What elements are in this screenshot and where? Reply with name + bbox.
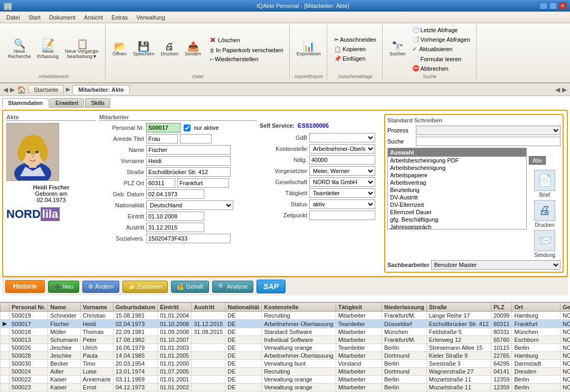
einfuegen-btn[interactable]: 📌Einfügen (331, 54, 379, 63)
neu-button[interactable]: ➕ Neu (48, 281, 79, 293)
menu-ansicht[interactable]: Ansicht (80, 13, 107, 22)
papierkorb-btn[interactable]: 🗑In Papierkorb verschieben (207, 46, 286, 54)
kopieren-btn[interactable]: 📋Kopieren (331, 45, 379, 54)
letzte-abfrage-btn[interactable]: 🕐Letzte Abfrage (410, 25, 473, 34)
oeffnen-btn[interactable]: 📂 Öffnen (110, 40, 129, 58)
plz-input[interactable] (146, 178, 175, 188)
status-select[interactable]: aktiv (309, 199, 375, 209)
kostenstelle-select[interactable]: Arbeitnehmer-Überlassung (309, 144, 375, 154)
nav-back[interactable]: ◀ (3, 86, 8, 93)
tab-skills[interactable]: Skills (85, 98, 110, 108)
drucken-icon-btn[interactable]: 🖨 Drucken (529, 200, 560, 228)
suche-input[interactable] (416, 137, 560, 146)
col-plz[interactable]: PLZ (491, 303, 512, 312)
col-nationalitaet[interactable]: Nationalität (225, 303, 262, 312)
table-row[interactable]: 500018MöllerThomas22.09.198101.09.200831… (1, 328, 571, 336)
auswahl-list[interactable]: Auswahl Arbeitsbescheinigung PDF Arbeits… (387, 148, 527, 230)
ort-input[interactable] (177, 178, 229, 188)
wiederherstellen-btn[interactable]: ↩Wiederherstellen (207, 55, 286, 63)
brief-btn[interactable]: 📄 Brief (529, 170, 560, 198)
taetigkeit-select[interactable]: Teamleiter (309, 188, 375, 198)
col-eintritt[interactable]: Eintritt (158, 303, 192, 312)
formular-leeren-btn[interactable]: 📄Formular leeren (410, 54, 473, 63)
nav-next-icon[interactable]: ▶ (562, 86, 567, 93)
alle-button[interactable]: Alle (529, 156, 546, 165)
aktualisieren-btn[interactable]: ✓Aktualisieren (410, 44, 473, 54)
zuordnen-button[interactable]: 📁 Zuordnen (122, 281, 168, 293)
col-personal-nr[interactable]: Personal Nr. (10, 303, 48, 312)
vorname-input[interactable] (146, 156, 231, 166)
gdb-select[interactable] (309, 133, 375, 142)
personal-nr-input[interactable] (146, 123, 180, 132)
nationalitaet-select[interactable]: Deutschland (146, 200, 233, 210)
senden-btn[interactable]: 📤 Senden (182, 40, 204, 58)
restore-btn[interactable]: □ (549, 2, 557, 9)
nav-mitarbeiter-akte[interactable]: Mitarbeiter: Akte (72, 85, 129, 94)
analyse-button[interactable]: 🔍 Analyse (212, 281, 253, 293)
table-row[interactable]: 500013SchumannPeter17.08.198201.10.2007D… (1, 336, 571, 344)
table-row[interactable]: 500023KaiserErnst04.12.197301.01.2002DEV… (1, 384, 571, 391)
exportieren-btn[interactable]: 📊 Exportieren (294, 40, 324, 58)
austritt-input[interactable] (146, 223, 204, 232)
historie-button[interactable]: Historie (5, 280, 45, 293)
col-ort[interactable]: Ort (512, 303, 560, 312)
vorgesetzter-select[interactable]: Meier, Werner (309, 166, 375, 176)
suchen-btn[interactable]: 🔭 Suchen (387, 40, 408, 58)
strasse-input[interactable] (146, 167, 231, 177)
col-gesellschaft[interactable]: Gesellschaft (560, 303, 570, 312)
neue-vorgangsbearbeitung-btn[interactable]: 📋 Neue Vorgangs-bearbeitung▼ (62, 37, 102, 61)
table-row[interactable]: 500026JeschkeUlrich16.06.197901.01.2003D… (1, 344, 571, 352)
menu-start[interactable]: Start (24, 13, 45, 22)
eintritt-input[interactable] (146, 212, 204, 221)
auswahl-item-8[interactable]: gfg. Beschäftigung (388, 216, 526, 223)
nav-startseite[interactable]: Startseite (28, 85, 64, 94)
menu-datei[interactable]: Datei (2, 13, 24, 22)
col-niederlassung[interactable]: Niederlassung (382, 303, 426, 312)
menu-dokument[interactable]: Dokument (45, 13, 80, 22)
table-row[interactable]: 500022KaiserAnnemarie03.11.196901.01.200… (1, 376, 571, 384)
titel-input[interactable] (180, 134, 212, 144)
minimize-btn[interactable]: ─ (539, 2, 548, 9)
col-vorname[interactable]: Vorname (80, 303, 113, 312)
ndlg-input[interactable] (309, 155, 375, 165)
nav-home[interactable]: 🏠 (17, 85, 26, 94)
auswahl-item-7[interactable]: Elternzeit Dauer (388, 208, 526, 216)
neue-recherche-btn[interactable]: 🔍 NeueRecherche (5, 37, 34, 61)
auswahl-item-2[interactable]: Arbeitspapiere (388, 171, 526, 179)
auswahl-item-1[interactable]: Arbeitsbescheinigung (388, 164, 526, 171)
close-btn[interactable]: ✕ (558, 2, 567, 9)
loeschen-btn[interactable]: ✕Löschen (207, 35, 286, 45)
prozess-select[interactable] (416, 126, 560, 135)
auswahl-item-5[interactable]: DV-Austritt (388, 194, 526, 201)
sap-button[interactable]: SAP (256, 280, 286, 293)
menu-extras[interactable]: Extras (107, 13, 132, 22)
col-kostenstelle[interactable]: Kostenstelle (262, 303, 336, 312)
neue-erfassung-btn[interactable]: 📝 NeueErfassung (35, 37, 62, 61)
table-row[interactable]: 500019SchneiderChristian15.08.198101.01.… (1, 312, 571, 320)
tab-erweitert[interactable]: Erweitert (50, 98, 84, 108)
table-row[interactable]: ▶500017FischerHeidi02.04.197301.10.20083… (1, 320, 571, 328)
col-name[interactable]: Name (48, 303, 81, 312)
auswahl-item-4[interactable]: Beurteilung (388, 186, 526, 194)
table-row[interactable]: 500028JeschkePaula14.04.198501.01.2005DE… (1, 352, 571, 360)
auswahl-item-3[interactable]: Arbeitsvertrag (388, 179, 526, 186)
speichern-btn[interactable]: 💾 Speichern (130, 40, 157, 58)
tab-stammdaten[interactable]: Stammdaten (2, 98, 49, 108)
nur-aktive-checkbox[interactable] (184, 125, 191, 131)
sozialvers-input[interactable] (146, 234, 231, 243)
nav-prev-icon[interactable]: ◀ (555, 86, 560, 93)
nav-forward[interactable]: ▶ (10, 86, 15, 93)
vorherige-abfragen-btn[interactable]: 📑Vorherige Abfragen (410, 35, 473, 44)
sachbearbeiter-select[interactable]: Benutzer Master (431, 260, 560, 270)
drucken-btn[interactable]: 🖨 Drucken (158, 40, 182, 58)
menu-verwaltung[interactable]: Verwaltung (132, 13, 169, 22)
table-row[interactable]: 500030BeckerTimo20.03.195401.01.2000DEVe… (1, 360, 571, 368)
col-austritt[interactable]: Austritt (192, 303, 225, 312)
geb-datum-input[interactable] (146, 189, 204, 199)
col-taetigkeit[interactable]: Tätigkeit (336, 303, 382, 312)
gesellschaft-select[interactable]: NORD lila GmbH (309, 177, 375, 187)
gehalt-button[interactable]: 💰 Gehalt (171, 281, 208, 293)
anrede-input[interactable] (146, 134, 178, 144)
sendung-btn[interactable]: 📨 Sendung (529, 230, 560, 258)
abbrechen-btn[interactable]: ⛔Abbrechen (410, 64, 473, 73)
